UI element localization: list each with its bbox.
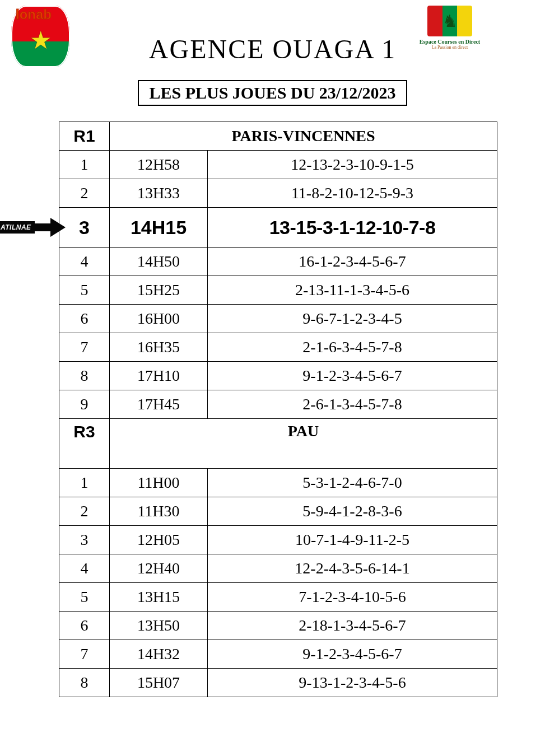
venue-name: PARIS-VINCENNES (110, 122, 497, 151)
race-picks: 16-1-2-3-4-5-6-7 (208, 248, 497, 276)
race-picks: 9-1-2-3-4-5-6-7 (208, 640, 497, 669)
race-time: 15H25 (110, 276, 208, 305)
lonab-logo: ★ lonab (11, 6, 70, 67)
race-number: 3 (59, 208, 110, 248)
race-number: 5 (59, 276, 110, 305)
race-row-highlight: 314H1513-15-3-1-12-10-7-8 (59, 208, 497, 248)
flag-stripe-green: ♞ (442, 6, 458, 36)
race-row: 312H0510-7-1-4-9-11-2-5 (59, 526, 497, 554)
flag-stripe-red (427, 6, 442, 36)
race-picks: 7-1-2-3-4-10-5-6 (208, 583, 497, 612)
race-time: 12H58 (110, 151, 208, 179)
race-time: 16H00 (110, 305, 208, 333)
race-row: 613H502-18-1-3-4-5-6-7 (59, 612, 497, 640)
race-number: 1 (59, 151, 110, 179)
race-row: 414H5016-1-2-3-4-5-6-7 (59, 248, 497, 276)
race-time: 17H10 (110, 362, 208, 390)
race-picks: 9-13-1-2-3-4-5-6 (208, 669, 497, 697)
race-number: 6 (59, 612, 110, 640)
race-picks: 12-13-2-3-10-9-1-5 (208, 151, 497, 179)
race-row: 714H329-1-2-3-4-5-6-7 (59, 640, 497, 669)
venue-name: PAU (110, 419, 497, 469)
race-row: 616H009-6-7-1-2-3-4-5 (59, 305, 497, 333)
ecd-caption: Espace Courses en Direct (416, 39, 483, 45)
race-time: 13H33 (110, 179, 208, 208)
race-number: 1 (59, 469, 110, 497)
ecd-logo: ♞ Espace Courses en Direct La Passion en… (416, 6, 483, 50)
subtitle-wrap: LES PLUS JOUES DU 23/12/2023 (0, 80, 545, 106)
race-picks: 5-9-4-1-2-8-3-6 (208, 497, 497, 526)
race-number: 8 (59, 362, 110, 390)
race-table-wrap: R1PARIS-VINCENNES112H5812-13-2-3-10-9-1-… (59, 122, 497, 697)
race-time: 11H00 (110, 469, 208, 497)
race-picks: 9-6-7-1-2-3-4-5 (208, 305, 497, 333)
race-picks: 9-1-2-3-4-5-6-7 (208, 362, 497, 390)
race-row: 515H252-13-11-1-3-4-5-6 (59, 276, 497, 305)
race-number: 2 (59, 497, 110, 526)
race-number: 8 (59, 669, 110, 697)
race-time: 16H35 (110, 333, 208, 362)
pointer-arrow: ATILNAE (0, 216, 66, 239)
reunion-code: R1 (59, 122, 110, 151)
race-number: 3 (59, 526, 110, 554)
race-row: 716H352-1-6-3-4-5-7-8 (59, 333, 497, 362)
race-row: 211H305-9-4-1-2-8-3-6 (59, 497, 497, 526)
race-number: 2 (59, 179, 110, 208)
section-header-row: R1PARIS-VINCENNES (59, 122, 497, 151)
race-row: 815H079-13-1-2-3-4-5-6 (59, 669, 497, 697)
race-row: 513H157-1-2-3-4-10-5-6 (59, 583, 497, 612)
race-time: 11H30 (110, 497, 208, 526)
reunion-code: R3 (59, 419, 110, 469)
horse-icon: ♞ (442, 6, 458, 36)
race-picks: 2-1-6-3-4-5-7-8 (208, 333, 497, 362)
race-table: R1PARIS-VINCENNES112H5812-13-2-3-10-9-1-… (59, 122, 497, 697)
race-picks: 2-18-1-3-4-5-6-7 (208, 612, 497, 640)
race-number: 7 (59, 333, 110, 362)
race-time: 13H50 (110, 612, 208, 640)
race-row: 917H452-6-1-3-4-5-7-8 (59, 390, 497, 419)
flag-stripe-yellow (457, 6, 472, 36)
race-picks: 12-2-4-3-5-6-14-1 (208, 554, 497, 583)
race-number: 4 (59, 554, 110, 583)
arrow-right-icon (35, 216, 66, 239)
race-time: 17H45 (110, 390, 208, 419)
race-picks: 11-8-2-10-12-5-9-3 (208, 179, 497, 208)
pointer-label: ATILNAE (0, 221, 35, 234)
race-picks: 5-3-1-2-4-6-7-0 (208, 469, 497, 497)
star-icon: ★ (30, 26, 52, 55)
race-number: 6 (59, 305, 110, 333)
race-time: 15H07 (110, 669, 208, 697)
race-row: 817H109-1-2-3-4-5-6-7 (59, 362, 497, 390)
subtitle-box: LES PLUS JOUES DU 23/12/2023 (138, 80, 407, 106)
race-number: 4 (59, 248, 110, 276)
race-time: 12H05 (110, 526, 208, 554)
section-header-row: R3PAU (59, 419, 497, 469)
race-picks: 13-15-3-1-12-10-7-8 (208, 208, 497, 248)
race-picks: 2-13-11-1-3-4-5-6 (208, 276, 497, 305)
race-time: 12H40 (110, 554, 208, 583)
ecd-subcaption: La Passion en direct (416, 45, 483, 50)
race-number: 7 (59, 640, 110, 669)
lonab-wordmark: lonab (16, 7, 52, 22)
race-number: 9 (59, 390, 110, 419)
race-picks: 10-7-1-4-9-11-2-5 (208, 526, 497, 554)
race-row: 412H4012-2-4-3-5-6-14-1 (59, 554, 497, 583)
race-time: 14H15 (110, 208, 208, 248)
race-row: 111H005-3-1-2-4-6-7-0 (59, 469, 497, 497)
race-row: 213H3311-8-2-10-12-5-9-3 (59, 179, 497, 208)
race-number: 5 (59, 583, 110, 612)
race-time: 14H50 (110, 248, 208, 276)
race-picks: 2-6-1-3-4-5-7-8 (208, 390, 497, 419)
ecd-flag-icon: ♞ (427, 6, 472, 36)
race-time: 14H32 (110, 640, 208, 669)
race-time: 13H15 (110, 583, 208, 612)
race-row: 112H5812-13-2-3-10-9-1-5 (59, 151, 497, 179)
